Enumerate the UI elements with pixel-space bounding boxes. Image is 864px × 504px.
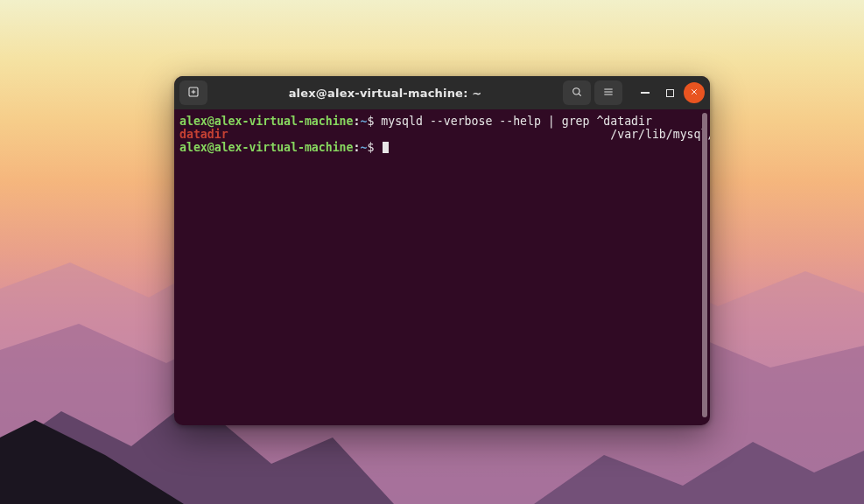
- close-button[interactable]: [684, 82, 705, 103]
- hamburger-menu-icon: [601, 85, 615, 102]
- minimize-icon: [641, 92, 650, 94]
- close-icon: [689, 87, 699, 100]
- new-tab-icon: [186, 85, 200, 102]
- terminal-cursor: [383, 142, 389, 153]
- output-spacing: [228, 128, 611, 141]
- terminal-viewport[interactable]: alex@alex-virtual-machine:~$ mysqld --ve…: [174, 109, 710, 425]
- minimize-button[interactable]: [635, 82, 656, 103]
- prompt-user-host: alex@alex-virtual-machine: [179, 141, 354, 154]
- terminal-content[interactable]: alex@alex-virtual-machine:~$ mysqld --ve…: [174, 109, 710, 425]
- prompt-dollar: $: [367, 141, 374, 154]
- menu-button[interactable]: [594, 80, 622, 105]
- titlebar[interactable]: alex@alex-virtual-machine: ~: [174, 76, 710, 109]
- new-tab-button[interactable]: [179, 80, 207, 105]
- command-text: mysqld --verbose --help | grep ^datadir: [374, 115, 652, 128]
- svg-point-3: [573, 88, 580, 94]
- output-value: /var/lib/mysql/: [610, 128, 710, 141]
- desktop-wallpaper: alex@alex-virtual-machine: ~: [0, 0, 864, 504]
- terminal-line-3: alex@alex-virtual-machine:~$: [179, 141, 389, 154]
- grep-match-text: datadir: [179, 128, 228, 141]
- window-title: alex@alex-virtual-machine: ~: [213, 87, 558, 100]
- terminal-line-1: alex@alex-virtual-machine:~$ mysqld --ve…: [179, 115, 652, 128]
- terminal-scrollbar[interactable]: [702, 113, 707, 417]
- maximize-icon: [666, 89, 674, 97]
- svg-line-4: [579, 94, 581, 96]
- search-button[interactable]: [563, 80, 591, 105]
- maximize-button[interactable]: [659, 82, 680, 103]
- prompt-user-host: alex@alex-virtual-machine: [179, 115, 354, 128]
- search-icon: [570, 85, 584, 102]
- terminal-line-2: datadir /var/lib/mysql/: [179, 128, 710, 141]
- terminal-window: alex@alex-virtual-machine: ~: [174, 76, 710, 425]
